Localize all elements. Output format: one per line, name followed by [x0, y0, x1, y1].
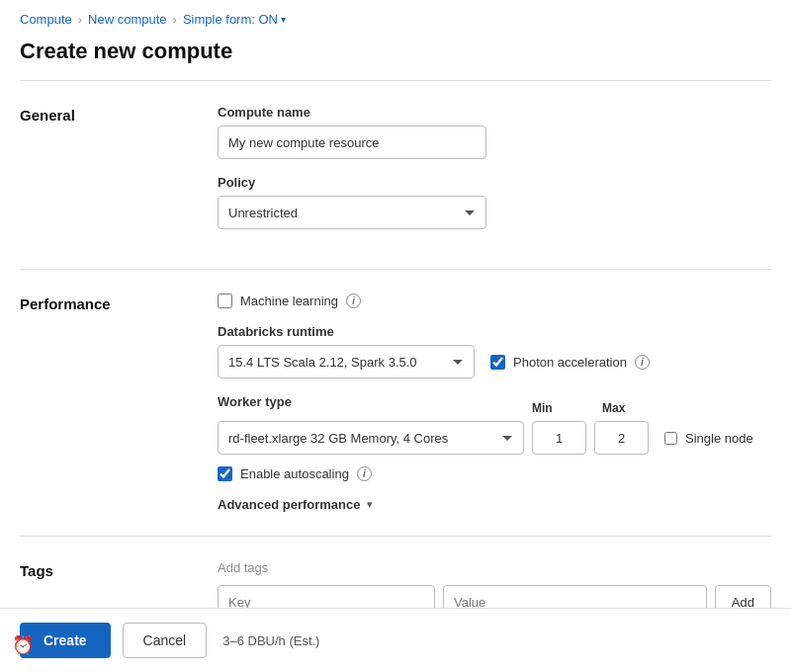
simple-form-dropdown-icon: ▾ — [281, 14, 286, 25]
breadcrumb-compute[interactable]: Compute — [20, 12, 72, 27]
worker-type-header-label: Worker type — [218, 394, 524, 415]
worker-type-label: Worker type — [218, 394, 524, 409]
general-section-label: General — [20, 105, 198, 245]
max-workers-input[interactable] — [594, 421, 649, 455]
add-tags-label: Add tags — [218, 560, 771, 575]
policy-select[interactable]: Unrestricted — [218, 196, 486, 229]
single-node-checkbox[interactable] — [664, 432, 677, 445]
photon-row: Photon acceleration i — [490, 355, 650, 370]
compute-name-group: Compute name — [218, 105, 771, 159]
performance-section: Performance Machine learning i Databrick… — [20, 269, 771, 536]
autoscaling-row: Enable autoscaling i — [218, 466, 771, 481]
photon-label[interactable]: Photon acceleration — [513, 355, 627, 370]
runtime-label: Databricks runtime — [218, 324, 771, 339]
advanced-performance-label: Advanced performance — [218, 497, 361, 512]
page-title: Create new compute — [0, 35, 791, 80]
single-node-label[interactable]: Single node — [685, 431, 753, 446]
cancel-button[interactable]: Cancel — [123, 623, 208, 658]
runtime-row: 15.4 LTS Scala 2.12, Spark 3.5.0 Photon … — [218, 345, 771, 378]
photon-checkbox[interactable] — [490, 355, 505, 370]
breadcrumb-sep-1: › — [78, 12, 82, 27]
machine-learning-info-icon[interactable]: i — [346, 294, 361, 308]
autoscaling-checkbox[interactable] — [218, 466, 232, 481]
photon-info-icon[interactable]: i — [635, 355, 650, 370]
breadcrumb: Compute › New compute › Simple form: ON … — [0, 0, 791, 35]
min-header: Min — [532, 401, 586, 415]
compute-name-label: Compute name — [218, 105, 771, 120]
runtime-select[interactable]: 15.4 LTS Scala 2.12, Spark 3.5.0 — [218, 345, 475, 378]
footer: ⏰ Create Cancel 3–6 DBU/h (Est.) — [0, 608, 791, 672]
worker-type-group: Worker type Min Max rd-fleet.xlarge 32 G… — [218, 394, 771, 455]
worker-inputs-row: rd-fleet.xlarge 32 GB Memory, 4 Cores Si… — [218, 421, 771, 455]
breadcrumb-simple-form[interactable]: Simple form: ON ▾ — [183, 12, 286, 27]
performance-section-content: Machine learning i Databricks runtime 15… — [218, 294, 771, 512]
cost-estimate: 3–6 DBU/h (Est.) — [222, 633, 319, 648]
performance-section-label: Performance — [20, 294, 198, 512]
machine-learning-label[interactable]: Machine learning — [240, 294, 338, 308]
policy-label: Policy — [218, 175, 771, 190]
worker-type-select[interactable]: rd-fleet.xlarge 32 GB Memory, 4 Cores — [218, 421, 524, 455]
autoscaling-info-icon[interactable]: i — [357, 466, 372, 481]
max-header: Max — [602, 401, 657, 415]
advanced-performance-chevron-icon: ▾ — [367, 498, 373, 511]
compute-name-input[interactable] — [218, 126, 486, 159]
advanced-performance-toggle[interactable]: Advanced performance ▾ — [218, 497, 771, 512]
breadcrumb-new-compute[interactable]: New compute — [88, 12, 166, 27]
policy-group: Policy Unrestricted — [218, 175, 771, 229]
min-workers-input[interactable] — [532, 421, 586, 455]
single-node-row: Single node — [664, 431, 753, 446]
worker-type-headers: Worker type Min Max — [218, 394, 771, 415]
machine-learning-row: Machine learning i — [218, 294, 771, 308]
general-section: General Compute name Policy Unrestricted — [20, 80, 771, 269]
machine-learning-checkbox[interactable] — [218, 294, 232, 308]
breadcrumb-sep-2: › — [173, 12, 177, 27]
general-section-content: Compute name Policy Unrestricted — [218, 105, 771, 245]
autoscaling-label[interactable]: Enable autoscaling — [240, 466, 349, 481]
runtime-group: Databricks runtime 15.4 LTS Scala 2.12, … — [218, 324, 771, 378]
clock-icon: ⏰ — [12, 634, 34, 656]
